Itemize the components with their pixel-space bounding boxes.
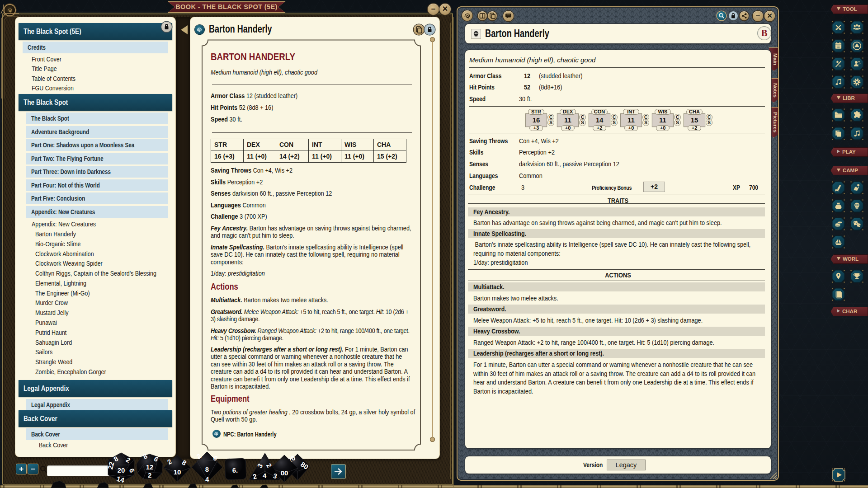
svg-text:6.: 6. [232, 466, 238, 474]
svg-text:12: 12 [146, 463, 154, 471]
svg-text:8: 8 [205, 465, 209, 473]
svg-text:4: 4 [263, 472, 267, 479]
svg-text:20: 20 [118, 466, 125, 474]
svg-text:00: 00 [281, 469, 288, 477]
svg-text:2: 2 [148, 471, 151, 479]
svg-text:10: 10 [174, 468, 181, 476]
